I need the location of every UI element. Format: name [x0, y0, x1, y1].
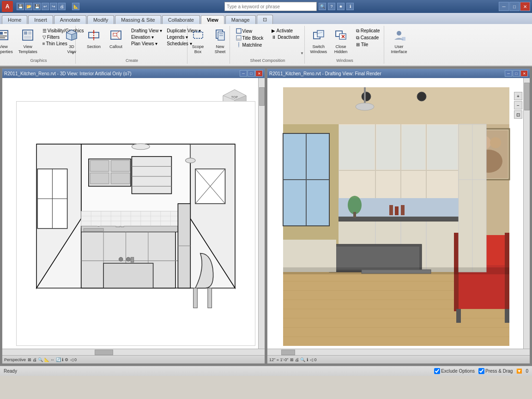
svg-rect-8	[24, 36, 31, 39]
save-icon[interactable]: 💾	[17, 3, 24, 10]
right-minimize-btn[interactable]: ─	[505, 70, 512, 77]
ribbon-content: ViewProperties ViewTemplates ☰ Visibilit…	[0, 24, 532, 66]
left-close-btn[interactable]: ✕	[255, 70, 263, 77]
user-interface-icon	[393, 29, 405, 43]
svg-point-112	[417, 92, 426, 101]
exclude-options-input[interactable]	[434, 368, 440, 374]
activate-btn[interactable]: ▶ Activate	[270, 28, 301, 34]
svg-rect-17	[111, 31, 121, 39]
right-scroll-thumb-v[interactable]	[524, 83, 530, 110]
right-maximize-btn[interactable]: □	[513, 70, 520, 77]
right-scrollbar-v[interactable]	[523, 78, 530, 355]
3d-view-btn[interactable]: 3DView	[61, 28, 82, 55]
view-properties-btn[interactable]: ViewProperties	[0, 28, 15, 55]
sheet-expand[interactable]: ▼	[300, 51, 304, 55]
elevation-btn[interactable]: Elevation ▾	[130, 34, 163, 40]
left-scroll-thumb-v[interactable]	[259, 87, 265, 106]
scope-box-btn[interactable]: ScopeBox	[188, 28, 208, 55]
tile-btn[interactable]: ⊞ Tile	[355, 42, 381, 48]
matchline-btn[interactable]: Matchline	[235, 42, 265, 48]
group-user-interface: UserInterface	[385, 26, 413, 64]
tab-view[interactable]: View	[201, 15, 224, 24]
view-templates-btn[interactable]: ViewTemplates	[17, 28, 39, 55]
tab-modify[interactable]: Modify	[87, 15, 114, 24]
star-icon[interactable]: ★	[337, 3, 345, 10]
filters-icon: ▽	[42, 35, 46, 40]
plan-views-btn[interactable]: Plan Views ▾	[130, 41, 163, 47]
tab-insert[interactable]: Insert	[28, 15, 53, 24]
left-maximize-btn[interactable]: □	[248, 70, 255, 77]
press-drag-checkbox[interactable]: Press & Drag	[478, 368, 513, 374]
title-block-btn[interactable]: Title Block	[235, 35, 265, 41]
tab-manage[interactable]: Manage	[225, 15, 256, 24]
left-scrollbar-h[interactable]	[2, 349, 265, 355]
search-btn[interactable]: 🔍	[319, 3, 326, 10]
windows-group-label: Windows	[306, 58, 384, 63]
left-minimize-btn[interactable]: ─	[240, 70, 247, 77]
minimize-btn[interactable]: ─	[499, 2, 509, 11]
new-sheet-btn[interactable]: NewSheet	[210, 28, 230, 55]
right-scroll-thumb-h[interactable]	[281, 350, 295, 355]
switch-windows-btn[interactable]: SwitchWindows	[308, 28, 329, 55]
window-controls: ─ □ ✕	[499, 2, 530, 11]
title-bar-left: A 💾 📂 💾 ↩ ↪ 🖨 📐	[2, 1, 79, 12]
svg-rect-157	[283, 240, 336, 272]
save2-icon[interactable]: 💾	[33, 3, 41, 10]
svg-rect-60	[111, 173, 130, 184]
right-scale-label: 12" = 1'-0"	[269, 357, 288, 362]
replicate-btn[interactable]: ⧉ Replicate	[355, 28, 381, 34]
close-btn[interactable]: ✕	[520, 2, 530, 11]
svg-rect-59	[90, 173, 109, 184]
svg-rect-83	[81, 211, 178, 226]
redo-icon[interactable]: ↪	[50, 3, 57, 10]
tab-massing[interactable]: Massing & Site	[115, 15, 161, 24]
view-templates-label: ViewTemplates	[18, 44, 37, 54]
svg-point-96	[119, 257, 123, 261]
right-view-status: 12" = 1'-0" ⊠ 🖨 🔍 ℹ ◁ 0	[267, 355, 530, 363]
maximize-btn[interactable]: □	[509, 2, 520, 11]
close-hidden-label: CloseHidden	[334, 44, 348, 54]
svg-rect-24	[218, 32, 224, 40]
tab-home[interactable]: Home	[2, 15, 27, 24]
photo-render-container	[277, 87, 516, 346]
right-scrollbar-h[interactable]	[267, 349, 530, 355]
measure-icon[interactable]: 📐	[72, 3, 79, 10]
right-status-angle: ◁ 0	[310, 357, 317, 362]
search-input[interactable]	[224, 2, 317, 11]
tab-annotate[interactable]: Annotate	[54, 15, 86, 24]
left-scroll-thumb-h[interactable]	[95, 350, 113, 355]
cascade-btn[interactable]: ⧉ Cascade	[355, 35, 381, 41]
tab-collaborate[interactable]: Collaborate	[162, 15, 200, 24]
close-hidden-btn[interactable]: CloseHidden	[331, 28, 351, 55]
print-icon[interactable]: 🖨	[58, 3, 66, 10]
filter-icon[interactable]: 🔽	[516, 369, 522, 374]
svg-rect-61	[132, 157, 171, 194]
right-close-btn[interactable]: ✕	[520, 70, 528, 77]
group-scope: ScopeBox NewSheet	[188, 26, 230, 64]
exclude-options-checkbox[interactable]: Exclude Options	[434, 368, 475, 374]
deactivate-btn[interactable]: ⏸ Deactivate	[270, 34, 301, 40]
view-btn[interactable]: View	[235, 28, 265, 34]
sheet-comp-content: View Title Block Matchline ▶ Activate ⏸ …	[235, 27, 301, 63]
open-icon[interactable]: 📂	[25, 3, 32, 10]
press-drag-input[interactable]	[478, 368, 484, 374]
callout-btn[interactable]: Callout	[106, 28, 126, 50]
undo-icon[interactable]: ↩	[42, 3, 49, 10]
svg-point-111	[362, 92, 371, 101]
user-interface-btn[interactable]: UserInterface	[389, 28, 409, 55]
help-icon[interactable]: ?	[328, 3, 335, 10]
info-icon[interactable]: ℹ	[346, 3, 354, 10]
tab-extra[interactable]: ⊡	[257, 15, 273, 24]
create-content: 3DView Section Callout Drafting View ▾	[61, 27, 202, 63]
switch-windows-label: SwitchWindows	[310, 44, 327, 54]
windows-content: SwitchWindows CloseHidden ⧉ Replicate ⧉ …	[308, 27, 381, 63]
left-scrollbar-v[interactable]	[258, 78, 265, 355]
drafting-view-btn[interactable]: Drafting View ▾	[130, 28, 163, 34]
svg-text:TOP: TOP	[231, 96, 238, 99]
view-properties-label: ViewProperties	[0, 44, 13, 54]
status-right: Exclude Options Press & Drag 🔽 0	[434, 368, 528, 374]
callout-icon	[109, 29, 122, 43]
new-sheet-label: NewSheet	[215, 44, 226, 54]
section-btn[interactable]: Section	[84, 28, 104, 50]
svg-rect-131	[395, 206, 399, 215]
